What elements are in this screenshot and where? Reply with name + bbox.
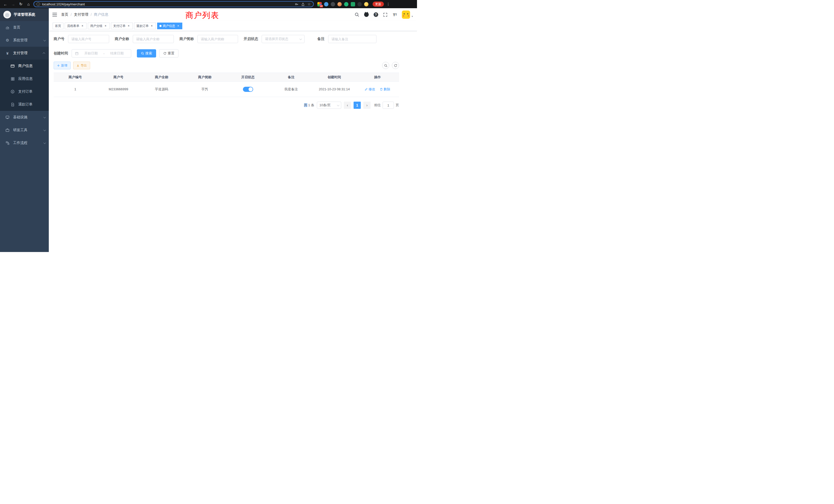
site-info-icon[interactable]: i bbox=[37, 2, 40, 6]
fullscreen-icon[interactable] bbox=[383, 12, 388, 17]
add-button[interactable]: 新增 bbox=[54, 62, 71, 69]
date-separator: - bbox=[104, 51, 105, 55]
extension-avatar-icon[interactable] bbox=[337, 2, 342, 6]
extension-note-icon[interactable] bbox=[351, 2, 355, 6]
sidebar-item-refund-order[interactable]: 退款订单 bbox=[0, 98, 49, 111]
url-text[interactable]: localhost:1024/pay/merchant bbox=[42, 2, 85, 6]
extension-drop-icon[interactable] bbox=[324, 2, 328, 6]
tab-merchant-info[interactable]: 商户信息× bbox=[157, 23, 182, 29]
cell-create-time: 2021-10-23 08:31:14 bbox=[313, 82, 356, 97]
profile-avatar-icon[interactable] bbox=[364, 2, 369, 6]
sidebar-item-label: 研发工具 bbox=[13, 128, 27, 132]
sidebar-item-label: 工作流程 bbox=[13, 141, 27, 145]
tab-refund-order[interactable]: 退款订单× bbox=[134, 23, 156, 29]
close-icon[interactable]: × bbox=[150, 24, 154, 28]
tab-pay-order[interactable]: 支付订单× bbox=[111, 23, 133, 29]
merchant-no-label: 商户号 bbox=[54, 37, 68, 41]
sidebar-item-label: 系统管理 bbox=[13, 38, 27, 43]
refresh-icon[interactable] bbox=[392, 62, 399, 69]
workflow-icon bbox=[5, 141, 10, 145]
tab-home[interactable]: 首页 bbox=[53, 23, 63, 29]
dashboard-icon bbox=[5, 25, 10, 29]
tab-user-group[interactable]: 用户分组× bbox=[88, 23, 110, 29]
sidebar-item-app-info[interactable]: 应用信息 bbox=[0, 72, 49, 85]
export-button[interactable]: 导出 bbox=[73, 62, 90, 69]
search-icon[interactable] bbox=[354, 12, 359, 17]
total-count: 1 bbox=[308, 103, 310, 107]
next-page-button[interactable]: › bbox=[363, 101, 371, 109]
logo-bar[interactable]: 芋道管理系统 bbox=[0, 8, 49, 21]
sidebar-item-home[interactable]: 首页 bbox=[0, 21, 49, 34]
pagination: 共 1 条 10条/页 ‹ 1 › 前往 页 bbox=[54, 101, 399, 109]
address-bar[interactable]: i localhost:1024/pay/merchant ☆ bbox=[34, 1, 314, 7]
sidebar: 芋道管理系统 首页 ⚙ 系统管理 ¥ 支付管理 bbox=[0, 8, 49, 252]
sidebar-fold-icon[interactable] bbox=[52, 13, 57, 17]
toggle-search-icon[interactable] bbox=[382, 62, 389, 69]
avatar-caret-icon[interactable]: ▾ bbox=[412, 15, 413, 18]
breadcrumb-payment[interactable]: 支付管理 bbox=[74, 12, 88, 17]
status-select[interactable]: 请选择开启状态 bbox=[262, 35, 305, 43]
forward-icon[interactable]: → bbox=[10, 1, 16, 7]
full-name-label: 商户全称 bbox=[115, 37, 133, 41]
breadcrumb-separator: / bbox=[91, 13, 92, 17]
tags-view: 首页 流程表单× 用户分组× 支付订单× 退款订单× 商户信息× bbox=[49, 21, 417, 31]
delete-link[interactable]: 删除 bbox=[380, 87, 390, 92]
sidebar-item-payment[interactable]: ¥ 支付管理 bbox=[0, 47, 49, 60]
page-size-select[interactable]: 10条/页 bbox=[317, 101, 341, 109]
screen: ← → ↻ ⌂ i localhost:1024/pay/merchant ☆ … bbox=[0, 0, 417, 252]
extension-globe-icon[interactable] bbox=[331, 2, 335, 6]
extension-puzzle-icon[interactable] bbox=[357, 2, 362, 6]
sidebar-item-system[interactable]: ⚙ 系统管理 bbox=[0, 34, 49, 47]
goto-page-input[interactable] bbox=[382, 101, 394, 109]
breadcrumb-home[interactable]: 首页 bbox=[61, 12, 68, 17]
password-key-icon[interactable] bbox=[295, 2, 299, 6]
bookmark-star-icon[interactable]: ☆ bbox=[307, 2, 311, 6]
status-toggle[interactable] bbox=[243, 87, 253, 92]
home-icon[interactable]: ⌂ bbox=[26, 1, 31, 7]
col-merchant-id: 商户编号 bbox=[54, 73, 97, 82]
date-start-placeholder[interactable]: 开始日期 bbox=[80, 51, 102, 56]
reload-icon[interactable]: ↻ bbox=[18, 1, 24, 7]
merchant-no-input[interactable] bbox=[68, 35, 109, 43]
edit-link-label: 修改 bbox=[369, 87, 375, 92]
share-icon[interactable] bbox=[301, 2, 305, 6]
close-icon[interactable]: × bbox=[127, 24, 130, 28]
github-icon[interactable] bbox=[364, 12, 369, 17]
page-content: 商户号 商户全称 商户简称 bbox=[49, 31, 417, 109]
extension-icon[interactable]: 10 bbox=[317, 2, 322, 6]
close-icon[interactable]: × bbox=[81, 24, 84, 28]
close-icon[interactable]: × bbox=[104, 24, 107, 28]
edit-link[interactable]: 修改 bbox=[365, 87, 375, 92]
total-prefix: 共 bbox=[304, 103, 307, 107]
breadcrumb: 首页 / 支付管理 / 商户信息 bbox=[61, 12, 108, 17]
prev-page-button[interactable]: ‹ bbox=[344, 101, 351, 109]
sidebar-item-infra[interactable]: 基础设施 bbox=[0, 111, 49, 124]
sidebar-item-workflow[interactable]: 工作流程 bbox=[0, 137, 49, 150]
date-end-placeholder[interactable]: 结束日期 bbox=[106, 51, 128, 56]
extension-check-icon[interactable] bbox=[344, 2, 348, 6]
sidebar-item-label: 商户信息 bbox=[18, 64, 32, 68]
create-time-range-input[interactable]: 开始日期 - 结束日期 bbox=[72, 49, 131, 58]
chevron-down-icon bbox=[337, 104, 339, 106]
browser-update-button[interactable]: 更新 bbox=[373, 2, 384, 7]
search-button[interactable]: 搜索 bbox=[137, 49, 156, 58]
page-number-button[interactable]: 1 bbox=[354, 101, 361, 109]
sidebar-item-label: 退款订单 bbox=[18, 102, 32, 107]
close-icon[interactable]: × bbox=[176, 24, 180, 28]
tab-label: 商户信息 bbox=[163, 24, 175, 28]
table-row: 1 M233666999 芋道源码 芋艿 我是备注 2021-10-23 08:… bbox=[54, 82, 399, 97]
font-size-icon[interactable]: TT bbox=[392, 12, 397, 17]
sidebar-item-merchant-info[interactable]: 商户信息 bbox=[0, 60, 49, 72]
chevron-down-icon bbox=[43, 129, 46, 131]
sidebar-item-devtools[interactable]: 研发工具 bbox=[0, 124, 49, 137]
sidebar-item-pay-order[interactable]: 支付订单 bbox=[0, 85, 49, 98]
browser-menu-icon[interactable]: ⋮ bbox=[387, 2, 390, 6]
full-name-input[interactable] bbox=[133, 35, 174, 43]
tab-process-form[interactable]: 流程表单× bbox=[65, 23, 87, 29]
remark-input[interactable] bbox=[328, 35, 376, 43]
short-name-input[interactable] bbox=[197, 35, 238, 43]
user-avatar[interactable] bbox=[402, 10, 410, 19]
back-icon[interactable]: ← bbox=[3, 1, 8, 7]
reset-button[interactable]: 重置 bbox=[159, 49, 178, 58]
help-icon[interactable]: ? bbox=[373, 12, 378, 17]
